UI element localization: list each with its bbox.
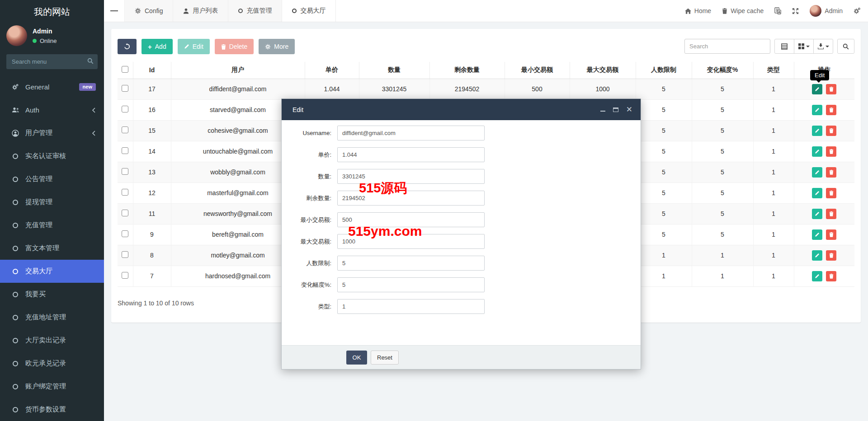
- hamburger-icon[interactable]: [104, 0, 125, 22]
- row-checkbox[interactable]: [122, 106, 128, 112]
- dialog-titlebar[interactable]: Edit ✕: [282, 99, 641, 120]
- ok-button[interactable]: OK: [346, 351, 367, 365]
- minimize-icon[interactable]: [600, 108, 605, 112]
- language-icon[interactable]: [774, 7, 781, 14]
- sidebar-item[interactable]: 货币参数设置: [0, 398, 104, 421]
- fullscreen-icon[interactable]: [792, 8, 799, 14]
- row-edit-button[interactable]: [812, 146, 822, 157]
- home-link[interactable]: Home: [685, 7, 711, 14]
- col-header-limit[interactable]: 人数限制: [636, 62, 692, 79]
- user-name: Admin: [33, 28, 57, 35]
- select-all-checkbox[interactable]: [122, 66, 128, 73]
- sidebar-search-input[interactable]: [6, 54, 98, 69]
- row-delete-button[interactable]: [826, 84, 836, 94]
- col-header-id[interactable]: Id: [133, 62, 171, 79]
- sidebar-item-label: 大厅卖出记录: [25, 336, 66, 345]
- row-delete-button[interactable]: [826, 126, 836, 136]
- col-header-max[interactable]: 最大交易额: [570, 62, 636, 79]
- row-edit-button[interactable]: [812, 209, 822, 219]
- row-checkbox[interactable]: [122, 126, 128, 133]
- more-button[interactable]: More: [259, 39, 295, 54]
- add-button[interactable]: +Add: [142, 39, 173, 54]
- settings-gears-icon[interactable]: [854, 7, 861, 14]
- search-icon[interactable]: [87, 58, 94, 64]
- field-input[interactable]: [337, 126, 485, 140]
- avatar: [810, 5, 821, 17]
- sidebar-item[interactable]: 交易大厅: [0, 260, 104, 283]
- row-checkbox[interactable]: [122, 210, 128, 216]
- admin-menu[interactable]: Admin: [810, 5, 843, 17]
- toggle-view-icon[interactable]: [774, 39, 794, 54]
- sidebar: 我的网站 Admin Online General new Auth: [0, 0, 104, 421]
- sidebar-item[interactable]: 大厅卖出记录: [0, 329, 104, 352]
- sidebar-item[interactable]: Auth: [0, 98, 104, 122]
- reset-button[interactable]: Reset: [371, 351, 399, 365]
- refresh-button[interactable]: [118, 39, 137, 54]
- row-checkbox[interactable]: [122, 189, 128, 196]
- sidebar-item[interactable]: General new: [0, 75, 104, 98]
- delete-button[interactable]: Delete: [215, 39, 254, 54]
- sidebar-item[interactable]: 欧元承兑记录: [0, 352, 104, 375]
- row-delete-button[interactable]: [826, 188, 836, 198]
- field-input[interactable]: [337, 147, 485, 162]
- tab-config[interactable]: Config: [125, 0, 173, 22]
- close-icon[interactable]: ✕: [626, 106, 632, 113]
- sidebar-item[interactable]: 充值地址管理: [0, 306, 104, 329]
- sidebar-item[interactable]: 账户绑定管理: [0, 375, 104, 398]
- row-checkbox[interactable]: [122, 272, 128, 279]
- wipe-cache-link[interactable]: Wipe cache: [722, 7, 764, 14]
- field-input[interactable]: [337, 256, 485, 271]
- tab-user-list[interactable]: 用户列表: [173, 0, 228, 22]
- dialog-footer: OK Reset: [282, 345, 641, 369]
- sidebar-item[interactable]: 我要买: [0, 283, 104, 306]
- sidebar-item[interactable]: 充值管理: [0, 214, 104, 237]
- row-delete-button[interactable]: [826, 229, 836, 240]
- field-input[interactable]: [337, 277, 485, 292]
- col-header-user[interactable]: 用户: [171, 62, 305, 79]
- columns-icon[interactable]: [794, 39, 814, 54]
- row-edit-button[interactable]: [812, 84, 822, 94]
- field-input[interactable]: [337, 212, 485, 227]
- col-header-price[interactable]: 单价: [305, 62, 359, 79]
- row-delete-button[interactable]: [826, 271, 836, 281]
- maximize-icon[interactable]: [613, 108, 618, 112]
- row-edit-button[interactable]: [812, 105, 822, 115]
- sidebar-item[interactable]: 提现管理: [0, 191, 104, 214]
- row-delete-button[interactable]: [826, 209, 836, 219]
- col-header-min[interactable]: 最小交易额: [505, 62, 570, 79]
- field-input[interactable]: [337, 234, 485, 249]
- search-button[interactable]: [837, 39, 854, 54]
- sidebar-item[interactable]: 实名认证审核: [0, 145, 104, 168]
- row-delete-button[interactable]: [826, 105, 836, 115]
- tab-recharge[interactable]: 充值管理: [228, 0, 282, 22]
- field-input[interactable]: [337, 191, 485, 206]
- col-header-range[interactable]: 变化幅度%: [692, 62, 753, 79]
- row-edit-button[interactable]: [812, 167, 822, 178]
- export-icon[interactable]: [813, 39, 833, 54]
- row-checkbox[interactable]: [122, 230, 128, 237]
- row-checkbox[interactable]: [122, 85, 128, 92]
- row-edit-button[interactable]: [812, 188, 822, 198]
- field-input[interactable]: [337, 299, 485, 314]
- row-delete-button[interactable]: [826, 167, 836, 178]
- row-checkbox[interactable]: [122, 147, 128, 154]
- sidebar-item[interactable]: 富文本管理: [0, 237, 104, 260]
- cell-type: 1: [753, 245, 794, 266]
- row-edit-button[interactable]: [812, 271, 822, 281]
- row-edit-button[interactable]: [812, 126, 822, 136]
- edit-button[interactable]: Edit: [178, 39, 210, 54]
- sidebar-item[interactable]: 公告管理: [0, 168, 104, 191]
- row-delete-button[interactable]: [826, 146, 836, 157]
- tab-trade-hall[interactable]: 交易大厅: [282, 0, 336, 22]
- table-search-input[interactable]: [684, 39, 770, 54]
- col-header-type[interactable]: 类型: [753, 62, 794, 79]
- row-checkbox[interactable]: [122, 251, 128, 258]
- row-edit-button[interactable]: [812, 250, 822, 261]
- field-input[interactable]: [337, 169, 485, 184]
- row-delete-button[interactable]: [826, 250, 836, 261]
- col-header-qty[interactable]: 数量: [359, 62, 429, 79]
- row-checkbox[interactable]: [122, 168, 128, 175]
- row-edit-button[interactable]: [812, 229, 822, 240]
- sidebar-item[interactable]: 用户管理: [0, 122, 104, 145]
- col-header-remain[interactable]: 剩余数量: [429, 62, 505, 79]
